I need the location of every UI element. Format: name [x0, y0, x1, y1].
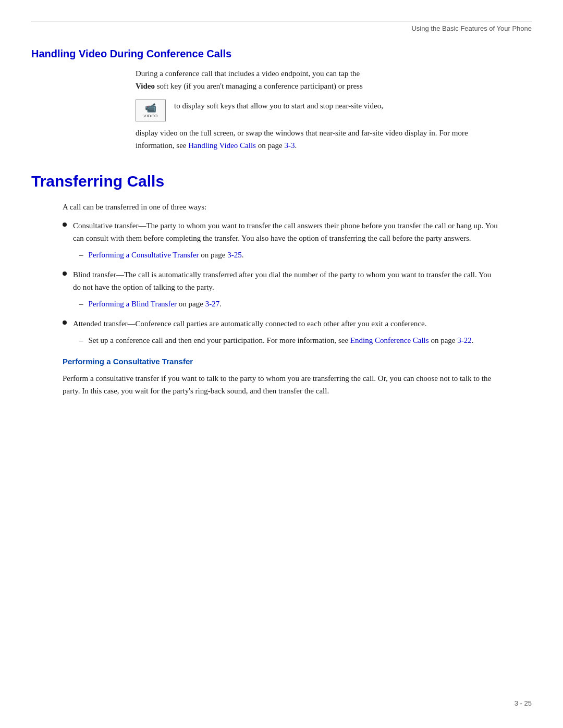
video-icon-label: VIDEO [143, 114, 157, 118]
sub-bullet-1-content: Performing a Consultative Transfer on pa… [89, 249, 244, 261]
sub-bullet-3-content: Set up a conference call and then end yo… [89, 334, 474, 347]
section-handling-video: Handling Video During Conference Calls D… [31, 48, 532, 152]
section-heading-video: Handling Video During Conference Calls [31, 48, 532, 60]
video-icon-box: 📹 VIDEO [136, 100, 166, 121]
body-text-2-part1: display video on the full screen, or swa… [136, 129, 468, 150]
section-video-content: During a conference call that includes a… [136, 67, 500, 152]
page-3-3-link[interactable]: 3-3 [284, 141, 295, 150]
page-3-22-link[interactable]: 3-22 [457, 336, 472, 344]
transfer-content: A call can be transferred in one of thre… [63, 201, 500, 397]
body-text-1-intro: During a conference call that includes a… [136, 69, 360, 78]
dash-icon-2: – [79, 298, 83, 310]
video-icon-body: to display soft keys that allow you to s… [174, 100, 500, 112]
video-icon-row: 📹 VIDEO to display soft keys that allow … [136, 100, 500, 121]
sub-1-end: . [242, 251, 244, 259]
performing-consultative-link-1[interactable]: Performing a Consultative Transfer [89, 251, 199, 259]
dash-icon-1: – [79, 249, 83, 261]
page-header: Using the Basic Features of Your Phone [31, 24, 532, 32]
bullet-1-text: Consultative transfer—The party to whom … [73, 221, 498, 242]
bullet-item-consultative: Consultative transfer—The party to whom … [63, 219, 500, 261]
bullet-dot-1 [63, 223, 67, 227]
sub-bullet-3: – Set up a conference call and then end … [79, 334, 500, 347]
subheading-performing: Performing a Consultative Transfer [63, 357, 500, 366]
sub-3-before: Set up a conference call and then end yo… [89, 336, 350, 344]
ending-conference-calls-link[interactable]: Ending Conference Calls [350, 336, 429, 344]
section-transferring-calls: Transferring Calls A call can be transfe… [31, 172, 532, 397]
subheading-body: Perform a consultative transfer if you w… [63, 372, 500, 397]
bullet-2-text: Blind transfer—The call is automatically… [73, 270, 491, 291]
page-3-27-link[interactable]: 3-27 [205, 300, 220, 308]
sub-2-end: . [219, 300, 222, 308]
page-number: 3 - 25 [515, 699, 532, 707]
body-text-1: During a conference call that includes a… [136, 67, 500, 92]
camera-icon: 📹 [145, 103, 156, 113]
page-container: Using the Basic Features of Your Phone H… [0, 0, 563, 728]
bullet-item-blind: Blind transfer—The call is automatically… [63, 268, 500, 310]
bullet-dot-2 [63, 272, 67, 276]
sub-1-after: on page [199, 251, 228, 259]
sub-bullet-1: – Performing a Consultative Transfer on … [79, 249, 500, 261]
header-divider [31, 21, 532, 21]
bullet-item-attended: Attended transfer—Conference call partie… [63, 317, 500, 347]
sub-bullet-2: – Performing a Blind Transfer on page 3-… [79, 298, 500, 310]
dash-icon-3: – [79, 334, 83, 347]
body-text-1-cont: soft key (if you aren't managing a confe… [155, 82, 363, 90]
body-text-2-end: . [295, 141, 297, 150]
page-3-25-link[interactable]: 3-25 [227, 251, 242, 259]
transfer-intro: A call can be transferred in one of thre… [63, 201, 500, 213]
bullet-3-text: Attended transfer—Conference call partie… [73, 319, 426, 328]
main-heading-transfer: Transferring Calls [31, 172, 532, 190]
body-text-2-part2: on page [258, 141, 283, 150]
sub-3-after: on page [429, 336, 458, 344]
body-text-2: display video on the full screen, or swa… [136, 127, 500, 152]
bullet-content-2: Blind transfer—The call is automatically… [73, 268, 500, 310]
sub-bullet-2-content: Performing a Blind Transfer on page 3-27… [89, 298, 222, 310]
bullet-content-3: Attended transfer—Conference call partie… [73, 317, 500, 347]
bullet-dot-3 [63, 320, 67, 325]
video-bold: Video [136, 82, 155, 90]
bullet-content-1: Consultative transfer—The party to whom … [73, 219, 500, 261]
handling-video-calls-link[interactable]: Handling Video Calls [188, 141, 256, 150]
sub-2-after: on page [177, 300, 205, 308]
sub-3-end: . [472, 336, 474, 344]
performing-blind-link[interactable]: Performing a Blind Transfer [89, 300, 177, 308]
